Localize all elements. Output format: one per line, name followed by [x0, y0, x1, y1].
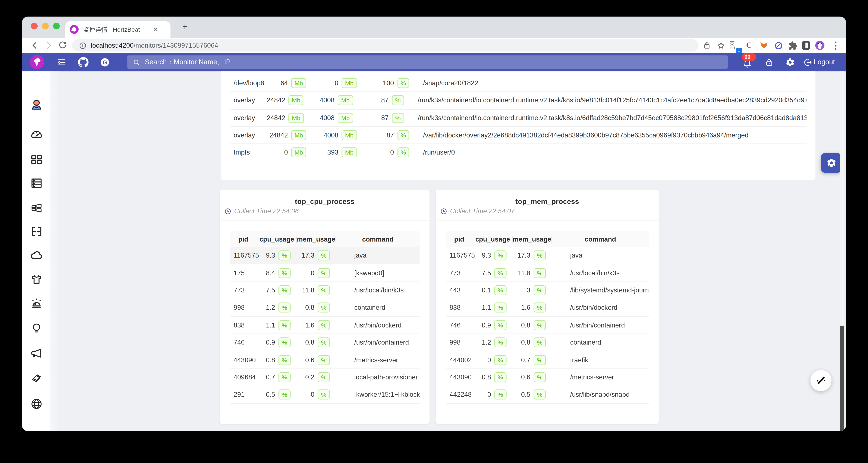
sidebar-item-dashboard-icon[interactable] — [30, 128, 43, 141]
disk-mount-path: /run/k3s/containerd/io.containerd.runtim… — [418, 97, 806, 104]
github-icon[interactable] — [78, 57, 88, 67]
extension-c-icon[interactable]: C — [743, 40, 754, 51]
url-bar[interactable]: localhost:4200/monitors/143099715576064 — [72, 39, 699, 52]
unit-badge: % — [534, 372, 546, 382]
tab-title: 监控详情 - HertzBeat — [83, 25, 151, 34]
logout-label[interactable]: Logout — [814, 58, 835, 66]
command-value: java — [336, 252, 420, 259]
menu-fold-icon[interactable] — [56, 57, 67, 67]
table-row: overlay 24842 Mb 4008 Mb 87 % /run/k3s/c… — [230, 92, 807, 110]
unit-badge: % — [318, 268, 330, 278]
disk-total-value: 24842 — [261, 131, 288, 139]
metamask-fox-icon[interactable] — [758, 40, 770, 51]
sidebar-extension-icon[interactable] — [801, 40, 812, 51]
global-search[interactable] — [127, 55, 728, 68]
search-input[interactable] — [144, 58, 722, 66]
unit-badge: % — [318, 285, 330, 295]
unit-badge: % — [279, 251, 290, 261]
bookmark-star-icon[interactable] — [715, 40, 726, 51]
unit-badge: % — [494, 251, 506, 261]
unit-badge: % — [494, 303, 506, 313]
logout-icon[interactable] — [803, 57, 813, 67]
cpu-usage-value: 9.3 — [257, 252, 275, 259]
sidebar-item-alert-icon[interactable] — [30, 297, 43, 310]
new-tab-button[interactable]: + — [181, 23, 189, 31]
magic-wand-button[interactable] — [810, 370, 831, 391]
extensions-puzzle-icon[interactable] — [787, 40, 798, 51]
gitee-icon[interactable]: G — [100, 57, 110, 67]
adguard-extension-icon[interactable] — [773, 40, 784, 51]
card-title: top_mem_process — [436, 190, 659, 206]
unit-badge: Mb — [291, 78, 306, 88]
unit-badge: Mb — [342, 78, 357, 88]
tab-close-icon[interactable]: ✕ — [153, 26, 158, 33]
mem-usage-value: 0 — [297, 269, 314, 277]
table-row: 1167575 9.3% 17.3% java — [230, 247, 420, 264]
profile-avatar[interactable] — [814, 40, 826, 51]
unit-badge: % — [279, 303, 290, 313]
cpu-usage-value: 0.8 — [473, 373, 491, 381]
app-navbar: G 99+ Logout — [22, 53, 846, 71]
hertzbeat-logo-icon[interactable] — [30, 55, 44, 69]
sidebar-item-os-icon[interactable] — [30, 201, 43, 214]
table-row: 443 0.1% 3% /lib/systemd/systemd-journal… — [445, 282, 649, 299]
table-row: 838 1.1% 1.6% /usr/bin/dockerd — [230, 317, 420, 334]
gear-icon — [826, 158, 836, 168]
mem-usage-value: 0.8 — [297, 339, 314, 346]
process-table: pid cpu_usage mem_usage command 1167575 … — [445, 231, 649, 404]
unit-badge: % — [392, 95, 404, 106]
disk-mount-path: /run/k3s/containerd/io.containerd.runtim… — [418, 114, 806, 122]
settings-gear-icon[interactable] — [785, 57, 795, 67]
translate-badge: 1 — [736, 48, 742, 53]
process-table: pid cpu_usage mem_usage command 1167575 … — [230, 231, 420, 404]
sidebar-item-cloud-icon[interactable] — [30, 249, 43, 262]
cpu-usage-value: 1.2 — [257, 304, 275, 312]
browser-menu-icon[interactable] — [830, 40, 841, 51]
unit-badge: % — [534, 285, 546, 295]
scrollbar-thumb[interactable] — [840, 326, 844, 431]
back-icon[interactable] — [30, 40, 40, 51]
magic-wand-icon — [815, 375, 827, 387]
table-row: /dev/loop8 64 Mb 0 Mb 100 % /snap/core20… — [230, 75, 807, 92]
unit-badge: % — [279, 285, 290, 295]
browser-tab[interactable]: 监控详情 - HertzBeat ✕ — [65, 21, 170, 38]
disk-name: /dev/loop8 — [230, 79, 261, 87]
sidebar-item-collector-icon[interactable] — [30, 225, 43, 238]
unit-badge: % — [397, 147, 409, 157]
unit-badge: % — [397, 78, 409, 88]
cpu-usage-value: 1.1 — [257, 321, 275, 329]
top-cpu-process-card: top_cpu_process Collect Time:22:54:06 pi… — [220, 190, 430, 424]
sidebar-item-apps-icon[interactable] — [30, 153, 43, 166]
table-row: 444002 0% 0.7% traefik — [445, 351, 649, 369]
sidebar-item-globe-icon[interactable] — [30, 397, 43, 410]
forward-icon[interactable] — [44, 40, 54, 51]
unit-badge: % — [534, 355, 546, 365]
disk-free-value: 4008 — [310, 114, 335, 122]
sidebar-item-status-icon[interactable] — [30, 322, 43, 335]
close-window-button[interactable] — [31, 23, 38, 29]
minimize-window-button[interactable] — [42, 23, 49, 29]
cpu-usage-value: 0.8 — [257, 356, 275, 364]
translate-extension-icon[interactable]: 英en1 — [729, 40, 740, 51]
theme-settings-button[interactable] — [821, 153, 841, 173]
maximize-window-button[interactable] — [53, 23, 60, 29]
unit-badge: % — [534, 251, 546, 261]
disk-free-value: 393 — [313, 149, 338, 156]
disk-metrics-card: /dev/loop8 64 Mb 0 Mb 100 % /snap/core20… — [221, 71, 815, 180]
sidebar-item-notice-icon[interactable] — [30, 347, 43, 360]
sidebar-item-tags-icon[interactable] — [30, 372, 43, 386]
share-icon[interactable] — [702, 40, 713, 51]
pid-value: 442248 — [445, 391, 473, 399]
pid-value: 998 — [230, 304, 257, 312]
browser-tabstrip: 监控详情 - HertzBeat ✕ + — [22, 17, 846, 38]
sidebar-item-account-icon[interactable] — [30, 98, 43, 112]
disk-name: tmpfs — [230, 149, 261, 156]
sidebar-item-server-icon[interactable] — [30, 177, 43, 190]
pid-value: 1167575 — [230, 252, 257, 259]
scrollbar-track[interactable] — [840, 71, 844, 431]
sidebar-item-app-service-icon[interactable] — [30, 273, 43, 286]
lock-icon[interactable] — [764, 57, 774, 67]
page-info-icon[interactable] — [79, 41, 87, 50]
command-value: containerd — [336, 304, 420, 312]
reload-icon[interactable] — [58, 40, 68, 51]
